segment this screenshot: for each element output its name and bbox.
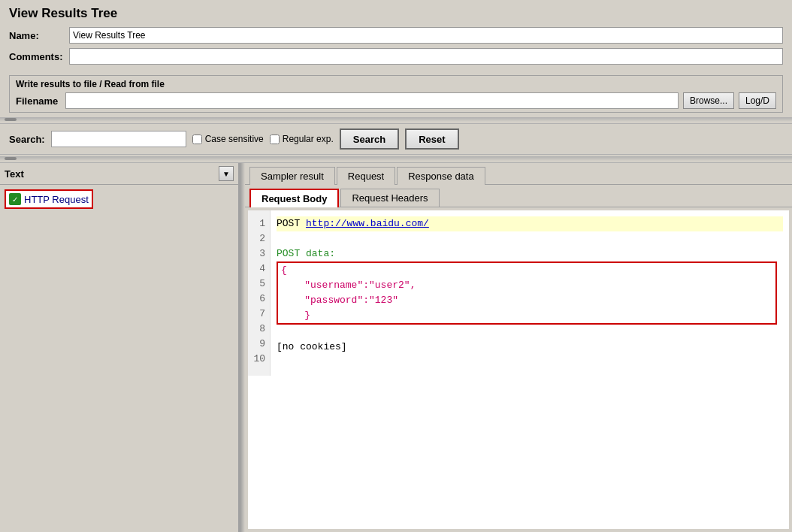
divider-bar-2 xyxy=(0,156,792,161)
tab-response-data[interactable]: Response data xyxy=(397,167,485,185)
code-line-7: } xyxy=(281,308,772,323)
code-line-4: { xyxy=(281,263,772,278)
sub-tab-request-body[interactable]: Request Body xyxy=(249,189,339,207)
divider-bar xyxy=(0,117,792,122)
regex-checkbox[interactable] xyxy=(270,135,280,144)
code-line-9: [no cookies] xyxy=(277,340,783,355)
code-line-2 xyxy=(277,231,783,246)
comments-label: Comments: xyxy=(9,51,69,62)
tree-item-label: HTTP Request xyxy=(24,194,89,205)
right-panel: Sampler result Request Response data Req… xyxy=(245,163,792,532)
name-label: Name: xyxy=(9,30,69,41)
code-line-5: "username":"user2", xyxy=(281,278,772,293)
line-numbers: 1 2 3 4 5 6 7 8 9 10 xyxy=(248,210,271,376)
left-panel-header: Text ▼ xyxy=(0,163,238,185)
tree-item-http-request[interactable]: ✓ HTTP Request xyxy=(5,189,93,209)
code-line-6: "password":"123" xyxy=(281,293,772,308)
code-content: 1 2 3 4 5 6 7 8 9 10 POST http://www.bai… xyxy=(248,210,789,376)
tabs-row: Sampler result Request Response data xyxy=(245,163,792,185)
filename-label: Filename xyxy=(16,95,61,107)
sub-tab-request-headers[interactable]: Request Headers xyxy=(340,189,439,207)
content-area: Text ▼ ✓ HTTP Request Sampler result Req… xyxy=(0,162,792,532)
case-sensitive-checkbox[interactable] xyxy=(192,135,202,144)
green-shield-icon: ✓ xyxy=(9,193,21,205)
regex-group: Regular exp. xyxy=(270,134,334,144)
file-row: Filename Browse... Log/D xyxy=(16,92,776,109)
search-button[interactable]: Search xyxy=(340,128,399,150)
divider-handle xyxy=(5,118,17,121)
search-input[interactable] xyxy=(51,131,186,147)
left-panel: Text ▼ ✓ HTTP Request xyxy=(0,163,240,532)
dropdown-arrow[interactable]: ▼ xyxy=(219,166,234,181)
code-lines: POST http://www.baidu.com/ POST data: { … xyxy=(271,210,789,376)
comments-row: Comments: xyxy=(9,48,783,65)
case-sensitive-group: Case sensitive xyxy=(192,134,264,144)
comments-input[interactable] xyxy=(69,48,783,65)
filename-input[interactable] xyxy=(65,92,679,109)
code-line-1: POST http://www.baidu.com/ xyxy=(277,216,783,231)
logd-button[interactable]: Log/D xyxy=(739,92,776,109)
name-row: Name: xyxy=(9,27,783,44)
code-line-10 xyxy=(277,355,783,370)
code-line-8 xyxy=(277,325,783,340)
code-line-3: POST data: xyxy=(277,246,783,261)
browse-button[interactable]: Browse... xyxy=(683,92,734,109)
regex-label: Regular exp. xyxy=(283,134,334,144)
divider-handle-2 xyxy=(5,157,17,160)
sub-tabs-row: Request Body Request Headers xyxy=(245,185,792,207)
file-section: Write results to file / Read from file F… xyxy=(9,75,783,113)
reset-button[interactable]: Reset xyxy=(405,128,458,150)
header-section: View Results Tree Name: Comments: xyxy=(0,0,792,72)
text-label: Text xyxy=(5,168,219,180)
code-area: 1 2 3 4 5 6 7 8 9 10 POST http://www.bai… xyxy=(248,210,789,529)
tab-sampler-result[interactable]: Sampler result xyxy=(249,167,335,185)
main-container: View Results Tree Name: Comments: Write … xyxy=(0,0,792,532)
search-label: Search: xyxy=(9,134,45,145)
search-bar: Search: Case sensitive Regular exp. Sear… xyxy=(0,123,792,155)
tab-request[interactable]: Request xyxy=(337,167,395,185)
name-input[interactable] xyxy=(69,27,783,44)
page-title: View Results Tree xyxy=(9,6,783,21)
tree-content: ✓ HTTP Request xyxy=(0,185,238,532)
file-section-title: Write results to file / Read from file xyxy=(16,79,776,89)
case-sensitive-label: Case sensitive xyxy=(205,134,264,144)
